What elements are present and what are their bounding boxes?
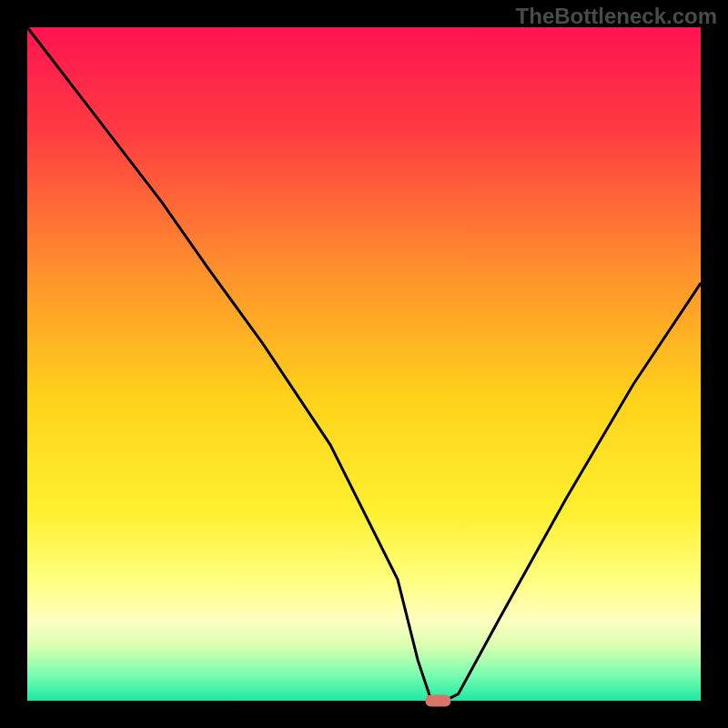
optimal-marker: [425, 695, 450, 707]
chart-canvas: [0, 0, 728, 728]
watermark-text: TheBottleneck.com: [516, 4, 717, 29]
bottleneck-chart: TheBottleneck.com: [0, 0, 728, 728]
plot-background: [27, 27, 701, 701]
